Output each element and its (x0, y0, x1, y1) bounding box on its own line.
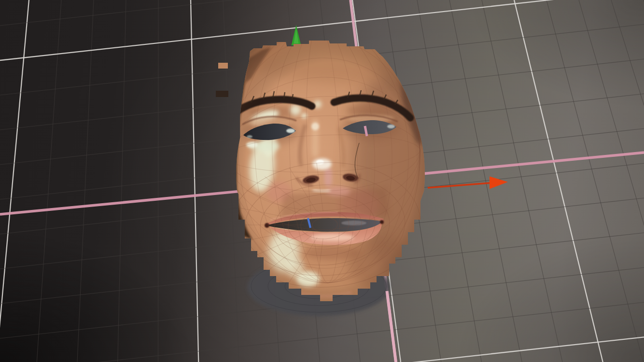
grid-minor-line (449, 0, 522, 362)
face-scan-mesh[interactable] (203, 21, 482, 333)
grid-minor-line (158, 0, 159, 362)
grid-minor-line (118, 0, 126, 362)
grid-major-line (191, 0, 198, 362)
face-rim-shade (220, 29, 442, 319)
mesh-fragment (218, 63, 228, 69)
grid-minor-line (611, 0, 644, 362)
y-axis-line-near (387, 291, 396, 362)
grid-major-line (514, 0, 603, 362)
grid-major-line (0, 337, 644, 362)
grid-minor-line (579, 0, 644, 362)
grid-minor-line (77, 0, 94, 362)
mesh-fragment (216, 91, 228, 97)
viewport-3d[interactable] (0, 0, 644, 362)
grid-minor-line (417, 0, 482, 362)
y-axis-near-segment (387, 291, 396, 362)
scene-canvas (0, 0, 644, 362)
grid-major-line (0, 0, 29, 362)
